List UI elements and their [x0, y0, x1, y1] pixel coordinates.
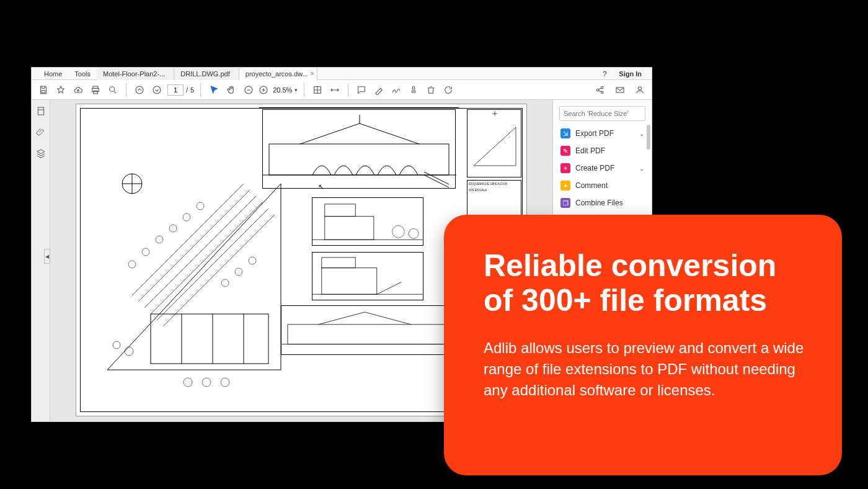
nav-tools[interactable]: Tools: [68, 70, 97, 78]
svg-point-52: [169, 225, 177, 232]
svg-point-55: [125, 347, 133, 356]
fit-page-icon[interactable]: [311, 83, 324, 97]
svg-point-5: [136, 86, 143, 94]
tool-combine-files[interactable]: ❒ Combine Files: [553, 194, 652, 212]
account-icon[interactable]: [633, 83, 647, 97]
tool-create-pdf[interactable]: ＋ Create PDF ⌄: [553, 159, 652, 177]
attachments-icon[interactable]: [36, 127, 46, 140]
sign-icon[interactable]: [389, 83, 403, 97]
print-icon[interactable]: [89, 83, 102, 97]
nav-home[interactable]: Home: [38, 70, 68, 78]
main-toolbar: / 5 20.5% ▾: [32, 80, 652, 100]
edit-pdf-icon: ✎: [560, 146, 570, 156]
zoom-out-icon[interactable]: [242, 83, 255, 97]
share-icon[interactable]: [593, 83, 607, 97]
site-plan-drawing: [95, 159, 299, 395]
page-current-input[interactable]: [167, 84, 184, 96]
comment-tool-icon: ✦: [560, 181, 570, 191]
tab-bar: Home Tools Motel-Floor-Plan2-... DRILL.D…: [32, 68, 652, 80]
fit-width-icon[interactable]: [328, 83, 342, 97]
mail-icon[interactable]: [613, 83, 627, 97]
document-tab-label: proyecto_arcos.dw...: [246, 70, 308, 78]
svg-point-51: [156, 236, 163, 243]
sign-in-link[interactable]: Sign In: [613, 70, 648, 78]
rail-toggle-icon[interactable]: ◀: [44, 249, 50, 264]
document-tab[interactable]: DRILL.DWG.pdf: [174, 68, 239, 80]
page-total: 5: [190, 86, 194, 94]
document-tab-active[interactable]: proyecto_arcos.dw... ✕: [239, 68, 317, 80]
svg-rect-23: [325, 217, 374, 240]
stamp-icon[interactable]: [407, 83, 420, 97]
tool-edit-pdf[interactable]: ✎ Edit PDF: [553, 142, 652, 159]
svg-rect-24: [325, 204, 355, 217]
page-up-icon[interactable]: [133, 83, 146, 97]
svg-rect-29: [322, 258, 355, 268]
svg-point-57: [221, 279, 229, 287]
promo-heading: Reliable conversion of 300+ file formats: [484, 248, 807, 318]
rotate-icon[interactable]: [441, 83, 455, 97]
chevron-down-icon[interactable]: ▾: [294, 87, 298, 93]
delete-icon[interactable]: [424, 83, 438, 97]
svg-line-44: [138, 190, 250, 302]
svg-point-14: [638, 86, 641, 89]
svg-rect-3: [94, 91, 98, 94]
section-drawing: [312, 252, 423, 300]
layers-icon[interactable]: [36, 148, 46, 161]
chevron-down-icon: ⌄: [639, 165, 644, 172]
svg-point-61: [202, 378, 211, 387]
svg-line-30: [377, 282, 402, 294]
svg-point-50: [142, 248, 149, 256]
page-indicator: / 5: [167, 84, 194, 96]
svg-point-62: [221, 378, 229, 387]
svg-line-45: [132, 184, 244, 295]
tool-label: Export PDF: [575, 129, 614, 138]
zoom-value[interactable]: 20.5%: [272, 86, 293, 94]
tool-comment[interactable]: ✦ Comment: [553, 177, 652, 194]
tool-label: Comment: [575, 181, 608, 190]
scrollbar-thumb[interactable]: [647, 125, 650, 150]
key-plan: [467, 109, 521, 177]
zoom-in-icon[interactable]: [257, 83, 270, 97]
select-tool-icon[interactable]: [207, 83, 221, 97]
cloud-upload-icon[interactable]: [71, 83, 85, 97]
svg-point-59: [249, 257, 256, 264]
left-nav-rail: ◀: [32, 100, 50, 421]
svg-rect-13: [616, 87, 624, 92]
create-pdf-icon: ＋: [560, 163, 570, 173]
svg-rect-28: [322, 268, 377, 295]
svg-rect-32: [288, 325, 448, 344]
svg-point-56: [113, 341, 120, 349]
svg-marker-35: [107, 184, 281, 370]
svg-point-25: [392, 225, 405, 238]
export-pdf-icon: ⇲: [560, 128, 570, 138]
help-icon[interactable]: ?: [596, 70, 613, 78]
svg-rect-36: [151, 314, 268, 364]
thumbnails-icon[interactable]: [36, 106, 46, 119]
svg-point-49: [128, 261, 136, 268]
highlight-icon[interactable]: [372, 83, 386, 97]
comment-icon[interactable]: [355, 83, 368, 97]
tools-search-input[interactable]: [559, 106, 645, 121]
svg-point-26: [409, 228, 418, 238]
close-tab-icon[interactable]: ✕: [310, 71, 315, 77]
title-block-line: SIN ESCALA: [467, 187, 521, 193]
hand-tool-icon[interactable]: [224, 83, 238, 97]
svg-point-58: [235, 268, 242, 276]
star-icon[interactable]: [54, 83, 68, 97]
save-icon[interactable]: [37, 83, 50, 97]
svg-point-4: [110, 86, 115, 91]
svg-point-54: [197, 202, 204, 210]
find-icon[interactable]: [106, 83, 120, 97]
svg-line-41: [151, 202, 262, 314]
tool-label: Create PDF: [575, 164, 614, 173]
tool-label: Edit PDF: [575, 146, 605, 155]
svg-line-40: [144, 196, 256, 308]
tool-export-pdf[interactable]: ⇲ Export PDF ⌄: [553, 125, 652, 142]
svg-marker-19: [474, 127, 516, 166]
svg-rect-0: [42, 90, 45, 92]
section-drawing: [312, 197, 423, 246]
document-tab[interactable]: Motel-Floor-Plan2-...: [97, 68, 174, 80]
page-down-icon[interactable]: [150, 83, 164, 97]
combine-files-icon: ❒: [560, 198, 570, 208]
promo-card: Reliable conversion of 300+ file formats…: [444, 215, 842, 475]
